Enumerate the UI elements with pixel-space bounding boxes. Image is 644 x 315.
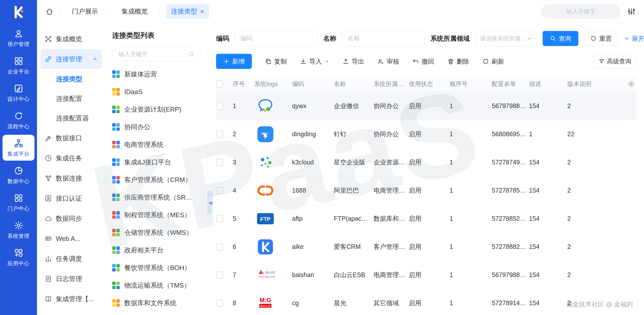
connection-type-item[interactable]: 物流运输系统（TMS） [112,277,201,294]
rail-item-data-center[interactable]: 数据中心 [3,162,34,188]
modnav-subitem-connection-config[interactable]: 连接配置 [41,89,102,108]
home-icon [46,8,54,16]
connection-type-item[interactable]: 数据库和文件系统 [112,294,201,312]
table-row[interactable]: 5 FTP aftp FTP(apac… 数据库和… 启用 1 57278852… [216,205,636,233]
row-checkbox[interactable] [216,131,223,138]
rail-item-app-center[interactable]: 应用中心 [3,244,34,270]
domain-select[interactable]: 请选择系统所属… [475,31,537,46]
connection-type-item[interactable]: 协同办公 [112,118,201,136]
copy-button[interactable]: 复制 [265,57,287,66]
row-checkbox[interactable] [216,215,223,222]
row-checkbox[interactable] [216,243,223,250]
row-config-form: 57278914… [492,299,529,307]
recall-button[interactable]: 撤回 [412,57,434,66]
rail-item-portal-center[interactable]: 门户中心 [3,190,34,215]
import-button[interactable]: 导入 [300,57,329,66]
code-input[interactable] [235,31,318,46]
connection-type-item[interactable]: 政府相关平台 [112,241,201,259]
type-grid-icon [112,211,120,219]
clock-icon [45,154,52,162]
connection-type-item[interactable]: 供应商管理系统（SR… [112,189,201,206]
tab-connection-type[interactable]: 连接类型 × [166,4,209,19]
row-checkbox[interactable] [216,300,223,307]
refresh-button[interactable]: 刷新 [482,57,504,66]
modnav-item-integration-management[interactable]: 集成管理【... [41,289,102,309]
panel-collapse-handle[interactable]: ◀ [208,191,213,214]
row-checkbox[interactable] [216,103,223,110]
connection-type-item[interactable]: 企业资源计划(ERP) [112,101,201,118]
trash-icon [447,58,454,65]
home-button[interactable] [46,8,54,16]
connection-type-item[interactable]: IDaaS [112,83,201,101]
modnav-item-integration-task[interactable]: 集成任务 [41,148,102,168]
column-header-logo: 系统logo [254,80,292,88]
modnav-subitem-connection-configurator[interactable]: 连接配置器 [41,109,102,128]
document-icon [45,275,52,283]
type-search[interactable] [112,47,201,61]
rail-item-system-management[interactable]: 系统管理 [3,217,34,243]
logo-dingding-icon [255,124,275,144]
type-search-input[interactable] [118,51,185,58]
table-row[interactable]: 1 qywx 企业微信 协同办公 启用 1 56797988… 154 2 [216,92,636,120]
table-row[interactable]: 2 dingding 钉钉 协同办公 启用 1 56808695… 1 22 [216,120,636,148]
modnav-subitem-connection-type[interactable]: 连接类型 [41,69,102,88]
column-header-version: 版本说明 [567,80,610,88]
add-button[interactable]: 新增 [216,54,252,69]
modnav-item-data-interface[interactable]: 数据接口 [41,128,102,148]
topbar-filter-button[interactable] [627,8,635,16]
column-header-form: 配置表单 [492,80,529,88]
select-all-checkbox[interactable] [216,80,223,87]
audit-button[interactable]: 审核 [377,57,399,66]
reset-button[interactable]: 重置 [584,31,618,46]
topbar-search-input[interactable] [548,8,613,15]
modnav-item-log-management[interactable]: 日志管理 [41,269,102,289]
row-checkbox[interactable] [216,272,223,279]
close-icon[interactable]: × [200,8,204,15]
table-row[interactable]: 6 aike 爱客CRM 客户管理… 启用 1 57278882… 154 2 [216,233,636,261]
kpaas-logo[interactable] [0,0,37,24]
export-button[interactable]: 导出 [342,57,364,66]
modnav-item-data-connection[interactable]: 数据连接 [41,168,102,188]
connection-type-item[interactable]: 客户管理系统（CRM） [112,171,201,189]
modnav-item-task-schedule[interactable]: 任务调度 [41,249,102,268]
name-input[interactable] [342,31,425,46]
body-row: 集成概览 连接管理 连接类型 连接配置 连接配置器 数据接口 集成任务 [37,23,644,315]
connection-type-item[interactable]: 集成&J接口平台 [112,153,201,171]
row-order: 1 [450,102,492,110]
modnav-item-interface-auth[interactable]: 接口认证 [41,189,102,208]
modnav-item-web-api[interactable]: Web A... [41,229,102,248]
connection-type-item[interactable]: 新媒体运营 [112,65,201,83]
table-row[interactable]: 4 1688 阿里巴巴 电商管理… 启用 1 57278785… 154 2 [216,176,636,205]
rail-item-design-center[interactable]: 设计中心 [3,80,34,106]
connection-type-list: 新媒体运营 IDaaS 企业资源计划(ERP) [112,65,201,315]
row-config-form: 57278882… [492,243,529,250]
type-label: 政府相关平台 [124,246,164,255]
rail-item-enterprise-platform[interactable]: 企业平台 [3,53,34,78]
tab-integration-overview[interactable]: 集成概览 [116,4,153,19]
connection-type-item[interactable]: 电商管理系统 [112,136,201,153]
row-checkbox[interactable] [216,187,223,194]
modnav-item-data-sync[interactable]: 数据同步 [41,209,102,228]
rail-item-process-center[interactable]: 流程中心 [3,107,34,133]
link-icon [45,55,52,63]
search-button[interactable]: 查询 [543,31,578,46]
table-row[interactable]: 7 白山云科技BAISHANCLOUD baishan 白山云ESB 电商管理…… [216,261,636,289]
table-row[interactable]: 8 M:G晨光文具 cg 晨光 其它领域 启用 1 57278914… 154 … [216,289,636,315]
modnav-item-connection-management[interactable]: 连接管理 [41,49,102,69]
topbar-search[interactable] [541,4,620,19]
modnav-item-overview[interactable]: 集成概览 [41,29,102,49]
rail-item-integration-platform[interactable]: 集成平台 [3,135,34,161]
row-version: 2 [567,159,610,166]
delete-button[interactable]: 删除 [447,57,469,66]
expand-link[interactable]: 展开 [624,34,644,43]
connection-type-item[interactable]: 仓储管理系统（WMS） [112,224,201,241]
advanced-query-button[interactable]: 高级查询 [593,54,636,68]
tab-portal-display[interactable]: 门户展示 [67,4,103,19]
rail-item-user-management[interactable]: 用户管理 [3,25,34,51]
column-settings-gear-icon[interactable] [627,80,635,88]
row-checkbox[interactable] [216,159,223,166]
connection-type-item[interactable]: 餐饮管理系统（BOH） [112,259,201,277]
connection-type-item[interactable]: 制程管理系统（MES） [112,206,201,224]
table-row[interactable]: 3 k3cloud 星空企业版 企业资源… 启用 1 57278749… 154… [216,148,636,176]
connection-type-item[interactable]: 全渠道新零售 [112,312,201,315]
